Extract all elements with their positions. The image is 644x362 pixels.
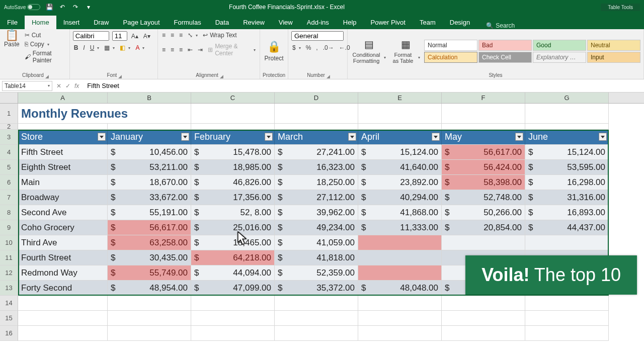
empty-cell[interactable] <box>108 326 191 341</box>
tab-page-layout[interactable]: Page Layout <box>116 16 167 29</box>
align-top-icon[interactable]: ≡ <box>161 31 167 39</box>
empty-cell[interactable] <box>442 311 525 326</box>
autosave-toggle[interactable]: AutoSave <box>4 4 40 10</box>
empty-cell[interactable] <box>358 124 442 130</box>
table-cell-value[interactable]: $27,241.00 <box>275 145 358 160</box>
table-cell-value[interactable]: $56,424.00 <box>442 160 525 175</box>
protect-icon[interactable]: 🔒 <box>267 40 281 53</box>
tab-home[interactable]: Home <box>25 16 56 29</box>
table-cell-value[interactable]: $35,372.00 <box>275 281 358 296</box>
table-cell-value[interactable]: $48,048.00 <box>358 281 442 296</box>
orientation-icon[interactable]: ⤡▾ <box>187 31 199 39</box>
table-cell-value[interactable]: $52, 8.00 <box>191 205 275 220</box>
table-cell-value[interactable]: $41,059.00 <box>275 235 358 250</box>
quickaccess-custom-icon[interactable]: ▾ <box>85 3 93 11</box>
empty-cell[interactable] <box>442 104 525 124</box>
empty-cell[interactable] <box>108 311 191 326</box>
empty-cell[interactable] <box>525 326 609 341</box>
style-neutral[interactable]: Neutral <box>587 40 640 51</box>
table-cell-value[interactable]: $52,748.00 <box>442 190 525 205</box>
col-head-F[interactable]: F <box>442 93 525 103</box>
table-cell-value[interactable]: $40,294.00 <box>358 190 442 205</box>
font-color-button[interactable]: A▾ <box>134 44 145 52</box>
row-head-3[interactable]: 3 <box>0 130 18 145</box>
table-cell-store[interactable]: Fourth Street <box>18 250 108 265</box>
table-cell-value[interactable]: $41,640.00 <box>358 160 442 175</box>
paste-button[interactable]: Paste <box>3 40 21 48</box>
enter-icon[interactable]: ✓ <box>65 82 70 89</box>
row-head-14[interactable]: 14 <box>0 296 18 311</box>
tab-power-pivot[interactable]: Power Pivot <box>364 16 413 29</box>
table-cell-value[interactable]: $15,124.00 <box>358 145 442 160</box>
tell-me-search[interactable]: 🔍 Search <box>486 22 515 29</box>
align-middle-icon[interactable]: ≡ <box>170 31 175 39</box>
col-head-E[interactable]: E <box>358 93 442 103</box>
filter-dropdown-icon[interactable] <box>265 133 273 141</box>
filter-dropdown-icon[interactable] <box>98 133 106 141</box>
formula-bar-input[interactable] <box>82 81 644 91</box>
style-good[interactable]: Good <box>533 40 586 51</box>
bold-button[interactable]: B <box>73 44 79 52</box>
paste-icon[interactable]: 📋 <box>8 31 16 39</box>
style-explanatory[interactable]: Explanatory … <box>533 52 586 63</box>
row-head-8[interactable]: 8 <box>0 205 18 220</box>
table-cell-value[interactable]: $53,595.00 <box>525 160 609 175</box>
filter-dropdown-icon[interactable] <box>599 133 607 141</box>
empty-cell[interactable] <box>191 104 275 124</box>
format-painter-button[interactable]: 🖌Format Painter <box>24 49 66 64</box>
cut-button[interactable]: ✂Cut <box>24 31 66 39</box>
empty-cell[interactable] <box>191 124 275 130</box>
tab-insert[interactable]: Insert <box>56 16 87 29</box>
align-left-icon[interactable]: ≡ <box>161 46 167 54</box>
table-cell-value[interactable]: $56,617.00 <box>108 220 191 235</box>
table-cell-value[interactable]: $15,124.00 <box>525 145 609 160</box>
worksheet-area[interactable]: ABCDEFG 1Monthly Revenues23StoreJanuaryF… <box>0 93 644 362</box>
save-icon[interactable]: 💾 <box>45 3 53 11</box>
table-cell-value[interactable]: $18,465.00 <box>191 235 275 250</box>
table-cell-value[interactable] <box>525 235 609 250</box>
tab-draw[interactable]: Draw <box>87 16 116 29</box>
empty-cell[interactable] <box>275 326 358 341</box>
align-bottom-icon[interactable]: ≡ <box>178 31 184 39</box>
table-cell-value[interactable]: $10,456.00 <box>108 145 191 160</box>
table-cell-value[interactable]: $52,359.00 <box>275 265 358 281</box>
sheet-title[interactable]: Monthly Revenues <box>18 104 191 124</box>
empty-cell[interactable] <box>358 326 442 341</box>
empty-cell[interactable] <box>275 311 358 326</box>
font-name-combo[interactable] <box>73 31 109 41</box>
increase-font-icon[interactable]: A▴ <box>130 32 139 40</box>
number-format-combo[interactable] <box>291 31 344 41</box>
align-right-icon[interactable]: ≡ <box>178 46 184 54</box>
empty-cell[interactable] <box>358 296 442 311</box>
empty-cell[interactable] <box>18 124 108 130</box>
row-head-4[interactable]: 4 <box>0 145 18 160</box>
row-head-2[interactable]: 2 <box>0 124 18 130</box>
row-head-7[interactable]: 7 <box>0 190 18 205</box>
table-cell-value[interactable]: $39,962.00 <box>275 205 358 220</box>
tab-team[interactable]: Team <box>413 16 443 29</box>
table-cell-store[interactable]: Forty Second <box>18 281 108 296</box>
empty-cell[interactable] <box>442 326 525 341</box>
table-cell-value[interactable]: $16,298.00 <box>525 175 609 190</box>
empty-cell[interactable] <box>18 311 108 326</box>
decrease-font-icon[interactable]: A▾ <box>142 32 151 40</box>
table-cell-value[interactable] <box>358 265 442 281</box>
table-cell-value[interactable]: $23,892.00 <box>358 175 442 190</box>
table-cell-value[interactable]: $17,356.00 <box>191 190 275 205</box>
table-cell-value[interactable]: $44,437.00 <box>525 220 609 235</box>
tab-design[interactable]: Design <box>443 16 477 29</box>
merge-center-button[interactable]: ⊞Merge & Center▾ <box>207 42 257 57</box>
table-cell-store[interactable]: Third Ave <box>18 235 108 250</box>
col-head-B[interactable]: B <box>108 93 191 103</box>
table-cell-value[interactable]: $41,868.00 <box>358 205 442 220</box>
protect-button[interactable]: Protect <box>263 54 284 62</box>
table-header-january[interactable]: January <box>108 130 191 145</box>
fx-icon[interactable]: fx <box>74 82 79 89</box>
style-check-cell[interactable]: Check Cell <box>478 52 532 63</box>
table-cell-store[interactable]: Main <box>18 175 108 190</box>
table-cell-store[interactable]: Fifth Street <box>18 145 108 160</box>
row-head-16[interactable]: 16 <box>0 326 18 341</box>
table-cell-value[interactable]: $18,250.00 <box>275 175 358 190</box>
row-head-5[interactable]: 5 <box>0 160 18 175</box>
table-cell-value[interactable]: $47,099.00 <box>191 281 275 296</box>
